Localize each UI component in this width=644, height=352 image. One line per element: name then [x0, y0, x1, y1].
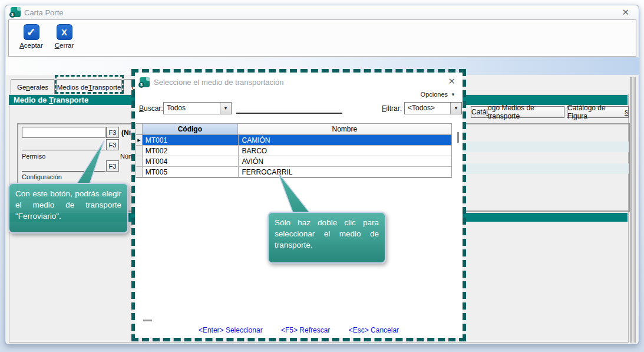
dollar-icon: $ [138, 82, 144, 88]
cerrar-label: Cerrar [55, 42, 74, 49]
cerrar-button[interactable]: X Cerrar [48, 24, 81, 49]
seleccione-medio-dialog: $ Seleccione el medio de transportación … [131, 69, 466, 341]
cell-codigo: MT001 [143, 135, 239, 145]
buscar-value: Todos [164, 103, 220, 114]
tab-generales[interactable]: Generales [11, 79, 55, 94]
table-row[interactable]: MT004 AVIÓN [136, 156, 451, 167]
page-fold-icon [146, 77, 150, 81]
shortcut-enter: <Enter> Seleccionar [199, 326, 263, 334]
nivel-fragment-label: (Ni [121, 129, 131, 137]
row-selector [136, 156, 143, 166]
transporte-f3-button[interactable]: F3 [106, 127, 119, 138]
row-selector [136, 167, 143, 177]
cell-nombre: AVIÓN [239, 156, 451, 166]
opciones-menu[interactable]: Opciones ▼ [421, 91, 455, 98]
chevron-down-icon: ▼ [451, 92, 455, 97]
table-row[interactable]: MT002 BARCO [136, 146, 451, 156]
tab-highlight-dashed-box [55, 75, 124, 94]
column-header-nombre[interactable]: Nombre [238, 124, 451, 134]
row-pointer-icon: ▶ [137, 138, 140, 143]
toolbar: ✓ Aceptar X Cerrar [8, 19, 636, 57]
window-close-icon[interactable]: ✕ [622, 7, 629, 18]
buscar-combobox[interactable]: Todos ▼ [163, 102, 232, 114]
row-selector: ▶ [136, 135, 143, 145]
buscar-label: Buscar: [139, 104, 163, 113]
search-input[interactable] [236, 102, 342, 114]
aceptar-button[interactable]: ✓ Aceptar [15, 24, 48, 49]
aceptar-label: Aceptar [19, 42, 43, 49]
title-bar: $ Carta Porte ✕ [5, 5, 639, 19]
cell-nombre: BARCO [239, 146, 451, 156]
check-icon: ✓ [24, 24, 39, 40]
row-selector-header [136, 124, 143, 134]
column-header-codigo[interactable]: Código [143, 124, 238, 134]
page-fold-icon [17, 7, 21, 11]
cell-codigo: MT002 [143, 146, 239, 156]
right-callout-tail [261, 172, 315, 213]
left-callout-tail [72, 139, 108, 185]
shortcut-f5: <F5> Refrescar [281, 326, 330, 334]
x-icon: X [57, 24, 72, 40]
configuracion-label: Configuración [22, 173, 62, 180]
dialog-icon: $ [140, 77, 150, 87]
table-scrollbar-thumb[interactable] [457, 132, 459, 143]
dialog-close-icon[interactable]: ✕ [448, 76, 455, 87]
screenshot-stage: $ Carta Porte ✕ ✓ Aceptar X Cerrar Gener… [0, 0, 644, 352]
dialog-title: Seleccione el medio de transportación [154, 78, 283, 87]
cell-codigo: MT004 [143, 156, 239, 166]
medios-table: Código Nombre ▶ MT001 CAMIÓN MT002 BARCO… [136, 123, 452, 178]
window-title: Carta Porte [24, 8, 63, 17]
cell-codigo: MT005 [143, 167, 239, 177]
filtrar-combobox[interactable]: <Todos> ▼ [404, 102, 462, 114]
left-callout: Con este botón, podrás elegir el medio d… [8, 183, 128, 233]
dropdown-arrow-icon: ▼ [450, 103, 461, 114]
dropdown-arrow-icon: ▼ [220, 103, 231, 114]
catalogo-figuras-button[interactable]: Catálogo de Figuras [567, 106, 629, 118]
filtrar-label: Filtrar: [382, 104, 402, 113]
right-callout: Sólo haz doble clic para seleccionar el … [267, 212, 386, 264]
dialog-shortcuts: <Enter> Seleccionar <F5> Refrescar <Esc>… [135, 326, 463, 334]
window-scrollbar[interactable] [630, 77, 636, 343]
cell-nombre: CAMIÓN [239, 135, 451, 145]
permiso-label: Permiso [22, 153, 45, 160]
app-icon: $ [11, 7, 21, 17]
resize-grip[interactable] [143, 320, 152, 321]
transporte-input[interactable] [22, 127, 105, 138]
filtrar-value: <Todos> [405, 103, 450, 114]
table-header-row: Código Nombre [136, 124, 451, 135]
shortcut-esc: <Esc> Cancelar [349, 326, 399, 334]
catalogo-medios-button[interactable]: Catálogo Medios de transporte [471, 106, 564, 118]
table-row[interactable]: ▶ MT001 CAMIÓN [136, 135, 451, 146]
row-selector [136, 146, 143, 156]
dollar-icon: $ [9, 12, 15, 18]
